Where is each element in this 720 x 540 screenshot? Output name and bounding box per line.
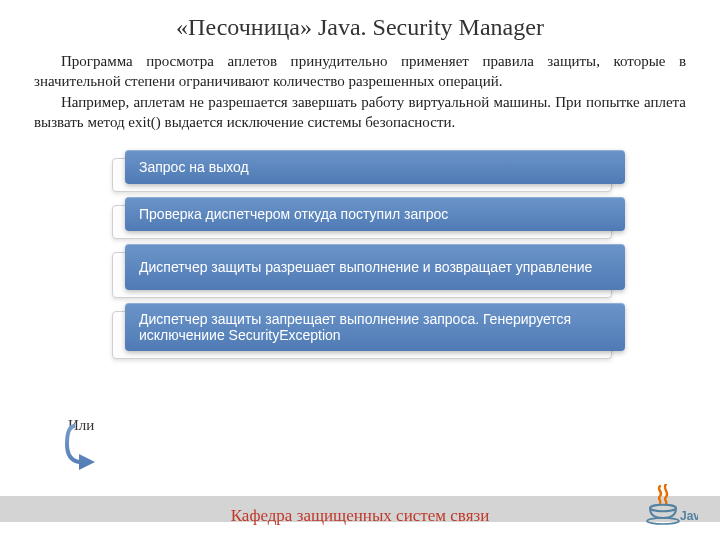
step-1-wrap: Запрос на выход [125, 150, 625, 184]
flow-diagram: Запрос на выход Проверка диспетчером отк… [95, 150, 625, 351]
java-logo: Java [636, 484, 698, 530]
step-1: Запрос на выход [125, 150, 625, 184]
step-3-wrap: Диспетчер защиты разрешает выполнение и … [125, 244, 625, 290]
svg-point-0 [650, 505, 676, 511]
logo-text: Java [680, 509, 698, 523]
paragraph-1: Программа просмотра аплетов принудительн… [34, 51, 686, 92]
step-2: Проверка диспетчером откуда поступил зап… [125, 197, 625, 231]
page-title: «Песочница» Java. Security Manager [0, 0, 720, 51]
footer-text: Кафедра защищенных систем связи [0, 506, 720, 526]
step-4: Диспетчер защиты запрещает выполнение за… [125, 303, 625, 351]
step-3: Диспетчер защиты разрешает выполнение и … [125, 244, 625, 290]
paragraph-2: Например, аплетам не разрешается заверша… [34, 92, 686, 133]
step-2-wrap: Проверка диспетчером откуда поступил зап… [125, 197, 625, 231]
body-text: Программа просмотра аплетов принудительн… [0, 51, 720, 132]
step-4-wrap: Диспетчер защиты запрещает выполнение за… [125, 303, 625, 351]
or-arrow-icon [65, 424, 101, 470]
